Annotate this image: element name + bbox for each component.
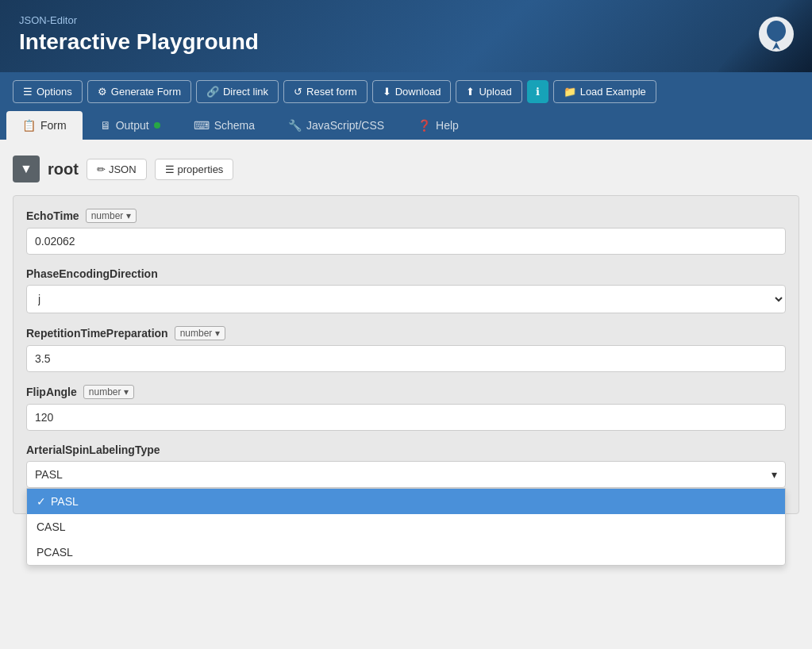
root-header: ▼ root ✏ JSON ☰ properties [13,156,799,182]
app-title: Interactive Playground [19,29,793,55]
flip-angle-label: FlipAngle number ▾ [26,385,786,399]
field-flip-angle: FlipAngle number ▾ [26,385,786,431]
flip-angle-type-badge[interactable]: number ▾ [83,385,134,399]
arterial-spin-label: ArterialSpinLabelingType [26,444,786,456]
phase-encoding-label: PhaseEncodingDirection [26,267,786,280]
echo-time-input[interactable] [26,228,786,255]
info-icon: ℹ [536,86,540,98]
root-label: root [48,160,79,179]
phase-encoding-select[interactable]: j j- i i- k k- [26,285,786,313]
field-repetition-time: RepetitionTimePreparation number ▾ [26,326,786,372]
gear-icon: ⚙ [98,86,107,98]
main-content: ▼ root ✏ JSON ☰ properties EchoTime numb… [0,140,812,584]
tab-form[interactable]: 📋 Form [6,111,83,140]
pencil-icon: ✏ [97,163,106,175]
wrench-icon: 🔧 [288,119,302,132]
tab-output[interactable]: 🖥 Output [84,111,176,140]
upload-icon: ⬆ [466,86,475,98]
monitor-icon: 🖥 [100,119,111,132]
app-header: JSON-Editor Interactive Playground [0,0,812,72]
field-arterial-spin: ArterialSpinLabelingType PASL ▾ ✓ PASL C… [26,444,786,488]
help-icon: ❓ [418,119,431,132]
toolbar: ☰ Options ⚙ Generate Form 🔗 Direct link … [0,72,812,111]
field-echo-time: EchoTime number ▾ [26,209,786,255]
dropdown-option-pcasl[interactable]: PCASL [27,540,785,565]
output-dot [154,122,160,129]
collapse-button[interactable]: ▼ [13,156,40,182]
info-button[interactable]: ℹ [527,80,548,103]
arterial-spin-dropdown-list: ✓ PASL CASL PCASL [26,488,786,566]
flip-angle-input[interactable] [26,404,786,431]
tab-javascript[interactable]: 🔧 JavaScript/CSS [272,111,400,140]
link-icon: 🔗 [206,86,219,98]
generate-form-button[interactable]: ⚙ Generate Form [87,80,191,103]
echo-time-type-badge[interactable]: number ▾ [86,209,137,223]
folder-icon: 📁 [564,86,576,98]
hamburger-icon: ☰ [23,86,33,98]
tab-help[interactable]: ❓ Help [402,111,475,140]
arterial-spin-trigger[interactable]: PASL ▾ [26,461,786,488]
direct-link-button[interactable]: 🔗 Direct link [196,80,279,103]
arterial-spin-dropdown-container: PASL ▾ ✓ PASL CASL PCASL [26,461,786,488]
repetition-time-type-badge[interactable]: number ▾ [175,326,225,340]
reset-icon: ↺ [294,86,302,98]
echo-time-label: EchoTime number ▾ [26,209,786,223]
field-phase-encoding: PhaseEncodingDirection j j- i i- k k- [26,267,786,313]
download-icon: ⬇ [383,86,391,98]
logo [756,14,796,54]
form-icon: 📋 [22,119,36,132]
chevron-down-icon: ▼ [20,162,33,176]
tab-schema[interactable]: ⌨ Schema [178,111,271,140]
reset-form-button[interactable]: ↺ Reset form [283,80,368,103]
dropdown-option-casl[interactable]: CASL [27,514,785,540]
download-button[interactable]: ⬇ Download [372,80,452,103]
load-example-button[interactable]: 📁 Load Example [553,80,656,103]
json-view-button[interactable]: ✏ JSON [87,159,147,180]
dropdown-option-pasl[interactable]: ✓ PASL [27,489,785,514]
properties-button[interactable]: ☰ properties [155,159,234,180]
upload-button[interactable]: ⬆ Upload [456,80,521,103]
form-container: EchoTime number ▾ PhaseEncodingDirection… [13,195,799,514]
app-name: JSON-Editor [19,14,793,26]
list-icon: ☰ [165,163,175,175]
schema-icon: ⌨ [194,119,210,132]
chevron-down-icon: ▾ [772,468,777,481]
tab-bar: 📋 Form 🖥 Output ⌨ Schema 🔧 JavaScript/CS… [0,111,812,140]
check-icon: ✓ [37,495,46,508]
repetition-time-input[interactable] [26,345,786,372]
options-button[interactable]: ☰ Options [13,80,83,103]
repetition-time-label: RepetitionTimePreparation number ▾ [26,326,786,340]
